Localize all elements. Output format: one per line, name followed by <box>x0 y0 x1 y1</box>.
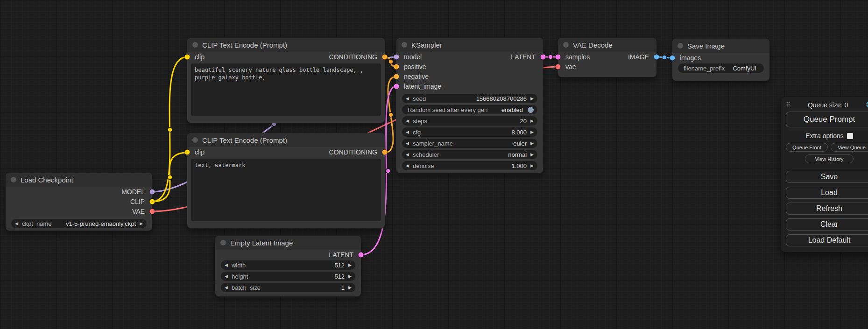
node-collapse-dot-icon[interactable] <box>220 240 226 245</box>
save-button[interactable]: Save <box>786 171 868 183</box>
clip-input-port[interactable] <box>185 54 190 59</box>
clip-output-port[interactable] <box>150 199 155 204</box>
widget-label: scheduler <box>413 151 439 158</box>
node-title: VAE Decode <box>573 41 613 49</box>
node-save-image[interactable]: Save Image images filename_prefix ComfyU… <box>672 39 769 81</box>
prompt-textarea[interactable]: beautiful scenery nature glass bottle la… <box>191 63 381 116</box>
extra-options-checkbox[interactable] <box>847 133 853 139</box>
prompt-text: beautiful scenery nature glass bottle la… <box>195 67 363 81</box>
model-output-port[interactable] <box>150 189 155 194</box>
load-default-button[interactable]: Load Default <box>786 234 868 246</box>
increment-arrow-icon[interactable]: ▶ <box>530 119 534 123</box>
steps-widget[interactable]: ◀ steps 20 ▶ <box>402 116 537 126</box>
conditioning-output-port[interactable] <box>382 54 388 59</box>
increment-arrow-icon[interactable]: ▶ <box>530 130 534 134</box>
image-output-port[interactable] <box>654 54 659 59</box>
decrement-arrow-icon[interactable]: ◀ <box>15 222 18 226</box>
queue-front-button[interactable]: Queue Front <box>786 143 828 152</box>
batch-size-widget[interactable]: ◀ batch_size 1 ▶ <box>221 283 355 292</box>
node-header[interactable]: Save Image <box>672 39 769 53</box>
widget-value: 156680208700286 <box>476 95 527 102</box>
widget-value: 512 <box>334 262 345 269</box>
refresh-button[interactable]: Refresh <box>786 203 868 215</box>
increment-arrow-icon[interactable]: ▶ <box>530 164 534 168</box>
latent-output-port[interactable] <box>359 252 364 257</box>
ckpt-name-widget[interactable]: ◀ ckpt_name v1-5-pruned-emaonly.ckpt ▶ <box>11 219 147 228</box>
node-collapse-dot-icon[interactable] <box>192 137 198 143</box>
clip-input-port[interactable] <box>185 149 190 154</box>
widget-label: denoise <box>413 162 434 169</box>
toggle-dot-icon[interactable] <box>528 107 534 113</box>
negative-input-port[interactable] <box>394 74 399 79</box>
height-widget[interactable]: ◀ height 512 ▶ <box>221 272 355 281</box>
denoise-widget[interactable]: ◀ denoise 1.000 ▶ <box>402 161 537 170</box>
decrement-arrow-icon[interactable]: ◀ <box>225 274 228 279</box>
extra-options-label: Extra options <box>805 132 844 140</box>
decrement-arrow-icon[interactable]: ◀ <box>406 97 409 101</box>
increment-arrow-icon[interactable]: ▶ <box>530 141 534 146</box>
prompt-textarea[interactable]: text, watermark <box>191 159 381 221</box>
node-clip-text-encode-negative[interactable]: CLIP Text Encode (Prompt) clip CONDITION… <box>187 133 385 228</box>
load-button[interactable]: Load <box>786 187 868 199</box>
decrement-arrow-icon[interactable]: ◀ <box>406 130 409 134</box>
filename-prefix-widget[interactable]: filename_prefix ComfyUI <box>678 63 764 73</box>
decrement-arrow-icon[interactable]: ◀ <box>406 119 409 123</box>
clear-button[interactable]: Clear <box>786 218 868 231</box>
view-queue-button[interactable]: View Queue <box>831 143 868 152</box>
cfg-widget[interactable]: ◀ cfg 8.000 ▶ <box>402 127 537 137</box>
conditioning-output-port[interactable] <box>382 149 388 154</box>
vae-output-port[interactable] <box>150 209 155 214</box>
latent-output-port[interactable] <box>541 54 546 59</box>
node-header[interactable]: Load Checkpoint <box>6 173 152 187</box>
node-empty-latent-image[interactable]: Empty Latent Image LATENT ◀ width 512 ▶ … <box>215 236 361 296</box>
node-collapse-dot-icon[interactable] <box>11 177 16 182</box>
images-input-port[interactable] <box>670 55 675 60</box>
increment-arrow-icon[interactable]: ▶ <box>530 97 534 101</box>
width-widget[interactable]: ◀ width 512 ▶ <box>221 260 355 270</box>
input-label: model <box>404 53 422 61</box>
node-collapse-dot-icon[interactable] <box>402 42 407 48</box>
input-label: vae <box>565 63 576 70</box>
decrement-arrow-icon[interactable]: ◀ <box>225 286 228 290</box>
decrement-arrow-icon[interactable]: ◀ <box>406 141 409 146</box>
latent-image-input-port[interactable] <box>394 84 399 89</box>
node-collapse-dot-icon[interactable] <box>677 43 683 49</box>
node-header[interactable]: CLIP Text Encode (Prompt) <box>187 133 385 147</box>
node-collapse-dot-icon[interactable] <box>192 42 198 48</box>
positive-input-port[interactable] <box>394 64 399 69</box>
widget-label: sampler_name <box>413 140 453 147</box>
graph-canvas[interactable]: Load Checkpoint MODEL CLIP VAE ◀ ckpt_na… <box>0 0 868 329</box>
scheduler-widget[interactable]: ◀ scheduler normal ▶ <box>402 150 537 159</box>
seed-widget[interactable]: ◀ seed 156680208700286 ▶ <box>402 94 537 103</box>
node-clip-text-encode-positive[interactable]: CLIP Text Encode (Prompt) clip CONDITION… <box>187 38 385 123</box>
node-vae-decode[interactable]: VAE Decode samples IMAGE vae <box>558 38 656 77</box>
decrement-arrow-icon[interactable]: ◀ <box>406 164 409 168</box>
node-load-checkpoint[interactable]: Load Checkpoint MODEL CLIP VAE ◀ ckpt_na… <box>6 173 152 231</box>
model-input-port[interactable] <box>394 54 399 59</box>
decrement-arrow-icon[interactable]: ◀ <box>406 153 409 157</box>
drag-handle-icon[interactable]: ⠿ <box>786 101 790 108</box>
samples-input-port[interactable] <box>556 54 561 59</box>
node-header[interactable]: KSampler <box>396 38 543 52</box>
node-title: Load Checkpoint <box>21 176 73 184</box>
queue-prompt-button[interactable]: Queue Prompt <box>786 112 868 127</box>
increment-arrow-icon[interactable]: ▶ <box>530 153 534 157</box>
vae-input-port[interactable] <box>556 64 561 69</box>
output-label: CLIP <box>130 198 145 205</box>
increment-arrow-icon[interactable]: ▶ <box>348 286 352 290</box>
node-header[interactable]: CLIP Text Encode (Prompt) <box>187 38 385 52</box>
increment-arrow-icon[interactable]: ▶ <box>348 274 352 279</box>
node-header[interactable]: VAE Decode <box>558 38 656 52</box>
sampler-name-widget[interactable]: ◀ sampler_name euler ▶ <box>402 139 537 148</box>
view-history-button[interactable]: View History <box>805 154 854 163</box>
node-header[interactable]: Empty Latent Image <box>215 236 361 250</box>
input-label: latent_image <box>404 83 441 90</box>
widget-label: cfg <box>413 129 421 136</box>
node-ksampler[interactable]: KSampler model LATENT positive negative … <box>396 38 543 173</box>
decrement-arrow-icon[interactable]: ◀ <box>225 263 228 267</box>
settings-gear-icon[interactable]: ⚙ <box>866 101 868 109</box>
increment-arrow-icon[interactable]: ▶ <box>140 222 143 226</box>
node-collapse-dot-icon[interactable] <box>563 42 569 48</box>
increment-arrow-icon[interactable]: ▶ <box>348 263 352 267</box>
random-seed-toggle-widget[interactable]: Random seed after every gen enabled <box>402 105 537 114</box>
